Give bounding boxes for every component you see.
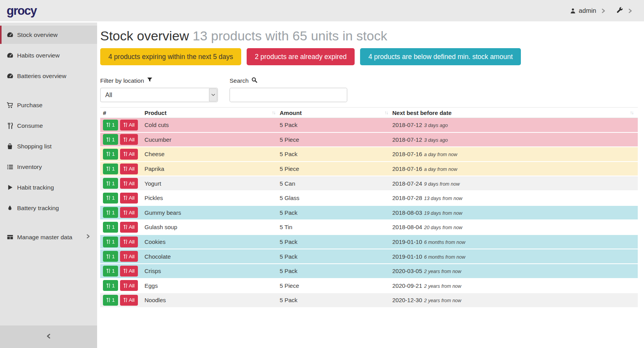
consume-one-button[interactable]: 1 (103, 251, 118, 262)
relative-time: 2 years from now (424, 269, 461, 274)
relative-time: 6 months from now (424, 240, 465, 245)
shopping-bag-icon (6, 143, 14, 150)
product-name: Eggs (144, 282, 280, 289)
consume-one-button[interactable]: 1 (103, 178, 118, 189)
sidebar-item-manage-master-data[interactable]: Manage master data (0, 228, 97, 246)
consume-one-button[interactable]: 1 (103, 164, 118, 174)
consume-one-button[interactable]: 1 (103, 207, 118, 218)
utensils-icon (123, 298, 127, 303)
consume-all-button[interactable]: All (120, 120, 138, 130)
sidebar-item-label: Consume (17, 122, 43, 129)
wrench-icon (616, 7, 623, 15)
badge-expiring[interactable]: 4 products expiring within the next 5 da… (100, 48, 241, 65)
consume-one-button[interactable]: 1 (103, 280, 118, 291)
consume-one-button[interactable]: 1 (103, 120, 118, 130)
sidebar-item-stock-overview[interactable]: Stock overview (0, 26, 97, 44)
utensils-icon (123, 210, 127, 215)
utensils-icon (106, 210, 110, 215)
search-input[interactable] (230, 88, 347, 102)
badge-below-min-stock[interactable]: 4 products are below defined min. stock … (360, 48, 521, 65)
utensils-icon (106, 181, 110, 186)
page-title-text: Stock overview (100, 28, 189, 43)
consume-one-button[interactable]: 1 (103, 193, 118, 204)
relative-time: a day from now (424, 167, 457, 172)
location-filter-select[interactable]: All (100, 88, 218, 102)
sidebar-item-consume[interactable]: Consume (0, 117, 97, 135)
utensils-icon (106, 195, 110, 200)
utensils-icon (123, 268, 127, 273)
sidebar-item-habits-overview[interactable]: Habits overview (0, 46, 97, 64)
amount-value: 5 Piece (280, 136, 392, 143)
best-before-date: 2018-07-16 (392, 165, 422, 172)
utensils-icon (106, 239, 110, 244)
sort-icon[interactable]: ↑↓ (385, 110, 388, 115)
table-row: 1 All Cheese 5 Pack 2018-07-16a day from… (100, 147, 638, 162)
column-header-number[interactable]: # (100, 108, 144, 118)
sidebar-item-inventory[interactable]: Inventory (0, 158, 97, 176)
best-before-date: 2018-07-24 (392, 180, 422, 187)
column-header-best-before[interactable]: Next best before date ↑↓ (392, 108, 638, 118)
utensils-icon (123, 122, 127, 127)
best-before-cell: 2020-09-212 years from now (392, 282, 638, 289)
consume-all-label: All (129, 181, 135, 186)
consume-all-button[interactable]: All (120, 237, 138, 247)
sidebar-item-label: Manage master data (17, 234, 72, 241)
badge-expired[interactable]: 2 products are already expired (247, 48, 355, 65)
consume-all-button[interactable]: All (120, 222, 138, 233)
settings-menu[interactable] (616, 7, 623, 15)
sidebar-item-label: Battery tracking (17, 205, 59, 212)
consume-all-button[interactable]: All (120, 193, 138, 204)
best-before-cell: 2018-07-16a day from now (392, 165, 638, 172)
consume-all-button[interactable]: All (120, 149, 138, 160)
consume-all-button[interactable]: All (120, 164, 138, 174)
sort-icon[interactable]: ↑↓ (272, 110, 275, 115)
consume-all-button[interactable]: All (120, 251, 138, 262)
sort-icon[interactable]: ↑↓ (630, 110, 634, 115)
product-name: Cold cuts (144, 122, 280, 128)
best-before-date: 2020-03-05 (392, 268, 422, 274)
column-header-product[interactable]: Product ↑↓ (144, 108, 280, 118)
consume-all-button[interactable]: All (120, 207, 138, 218)
consume-all-button[interactable]: All (120, 178, 138, 189)
best-before-cell: 2020-03-052 years from now (392, 268, 638, 274)
sidebar-item-battery-tracking[interactable]: Battery tracking (0, 199, 97, 217)
best-before-date: 2018-07-12 (392, 122, 422, 128)
sidebar-item-batteries-overview[interactable]: Batteries overview (0, 67, 97, 85)
app-logo[interactable]: grocy (7, 4, 37, 18)
utensils-icon (123, 166, 127, 171)
consume-one-button[interactable]: 1 (103, 237, 118, 247)
consume-one-button[interactable]: 1 (103, 134, 118, 145)
amount-value: 5 Tin (280, 224, 392, 230)
consume-one-button[interactable]: 1 (103, 266, 118, 277)
consume-all-button[interactable]: All (120, 295, 138, 306)
stock-table-body: 1 All Cold cuts 5 Pack 2018-07-123 days … (100, 118, 638, 308)
relative-time: 2 years from now (424, 284, 461, 289)
sidebar-item-shopping-list[interactable]: Shopping list (0, 137, 97, 155)
amount-value: 5 Glass (280, 195, 392, 201)
product-name: Yogurt (144, 180, 280, 187)
relative-time: 2 years from now (424, 298, 461, 303)
best-before-cell: 2018-07-123 days ago (392, 122, 638, 128)
search-icon (251, 77, 258, 85)
consume-all-button[interactable]: All (120, 134, 138, 145)
main-content: Stock overview 13 products with 65 units… (97, 21, 644, 348)
consume-one-button[interactable]: 1 (103, 149, 118, 160)
user-menu[interactable]: admin (570, 7, 596, 14)
consume-one-label: 1 (112, 137, 115, 143)
row-actions: 1 All (100, 251, 144, 262)
consume-all-button[interactable]: All (120, 280, 138, 291)
utensils-icon (106, 268, 110, 273)
best-before-date: 2018-07-16 (392, 151, 422, 157)
row-actions: 1 All (100, 193, 144, 204)
sidebar-collapse-button[interactable] (0, 325, 97, 348)
consume-all-label: All (129, 224, 135, 230)
amount-value: 5 Pack (280, 268, 392, 274)
column-header-amount[interactable]: Amount ↑↓ (280, 108, 392, 118)
sidebar-item-habit-tracking[interactable]: Habit tracking (0, 178, 97, 197)
consume-one-button[interactable]: 1 (103, 222, 118, 233)
consume-one-button[interactable]: 1 (103, 295, 118, 306)
sidebar-item-purchase[interactable]: Purchase (0, 96, 97, 114)
best-before-cell: 2018-08-0420 days from now (392, 224, 638, 230)
utensils-icon (123, 224, 127, 230)
consume-all-button[interactable]: All (120, 266, 138, 277)
